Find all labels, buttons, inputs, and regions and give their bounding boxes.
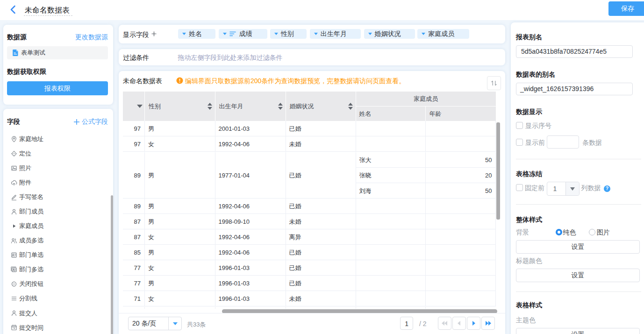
- svg-text:?: ?: [606, 185, 608, 191]
